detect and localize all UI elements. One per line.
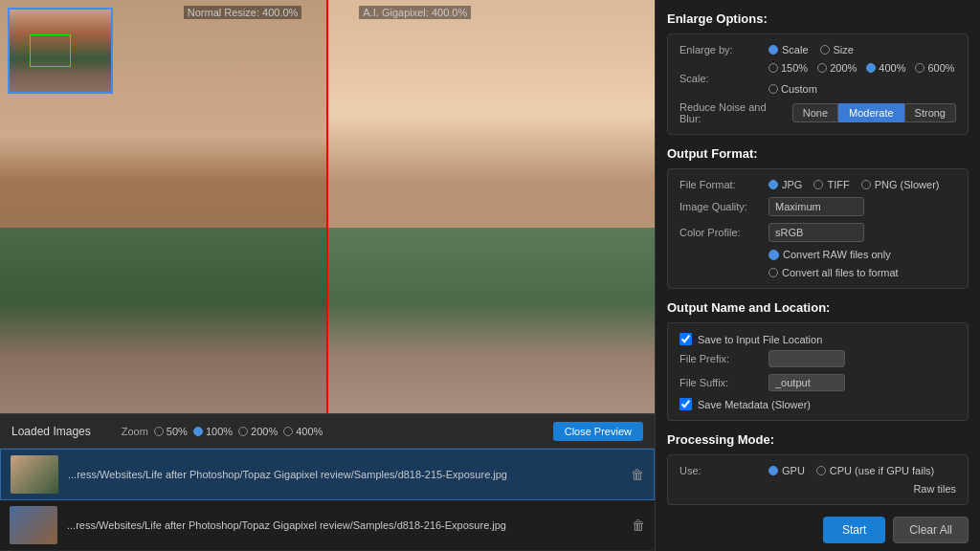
- output-name-section: Output Name and Location: Save to Input …: [667, 300, 969, 421]
- close-preview-button[interactable]: Close Preview: [553, 422, 643, 441]
- zoom-100-label: 100%: [206, 426, 233, 437]
- scale-600-radio[interactable]: [915, 63, 924, 73]
- scale-custom-label: Custom: [781, 83, 817, 95]
- gpu-option[interactable]: GPU: [768, 465, 805, 476]
- file-prefix-label: File Prefix:: [679, 353, 761, 364]
- format-tiff-radio[interactable]: [813, 180, 823, 189]
- convert-raw-radio[interactable]: [768, 250, 779, 260]
- enlarge-size-option[interactable]: Size: [820, 44, 854, 55]
- convert-all-item[interactable]: Convert all files to format: [768, 267, 899, 278]
- zoom-100[interactable]: 100%: [193, 426, 233, 437]
- scale-150-radio[interactable]: [768, 63, 778, 73]
- output-name-title: Output Name and Location:: [667, 300, 969, 315]
- zoom-200-radio[interactable]: [238, 427, 248, 436]
- save-input-label: Save to Input File Location: [698, 334, 822, 345]
- scale-200-label: 200%: [830, 62, 857, 74]
- save-metadata-checkbox[interactable]: [679, 398, 692, 410]
- format-jpg-radio[interactable]: [768, 180, 778, 189]
- file-prefix-row: File Prefix:: [679, 350, 956, 367]
- scale-custom-radio[interactable]: [768, 84, 778, 94]
- image-item-2[interactable]: ...ress/Websites/Life after Photoshop/To…: [0, 500, 655, 551]
- zoom-200-label: 200%: [251, 426, 278, 437]
- format-png-radio[interactable]: [861, 180, 871, 189]
- image-list: ...ress/Websites/Life after Photoshop/To…: [0, 448, 655, 551]
- gpu-radio[interactable]: [768, 466, 778, 475]
- output-name-box: Save to Input File Location File Prefix:…: [667, 322, 969, 421]
- zoom-400-radio[interactable]: [283, 427, 293, 436]
- format-png[interactable]: PNG (Slower): [861, 179, 940, 190]
- enlarge-options-title: Enlarge Options:: [667, 11, 969, 26]
- scale-400-radio[interactable]: [866, 63, 876, 73]
- delete-icon-1[interactable]: 🗑: [631, 467, 644, 482]
- image-item-1[interactable]: ...ress/Websites/Life after Photoshop/To…: [0, 449, 655, 500]
- scale-custom[interactable]: Custom: [768, 83, 817, 95]
- cpu-radio[interactable]: [816, 466, 826, 475]
- format-jpg[interactable]: JPG: [768, 179, 802, 190]
- scale-200[interactable]: 200%: [817, 62, 857, 74]
- format-jpg-label: JPG: [782, 179, 802, 190]
- scale-150-label: 150%: [781, 62, 808, 74]
- enlarge-scale-label: Scale: [782, 44, 809, 55]
- processing-mode-section: Processing Mode: Use: GPU CPU (use if GP…: [667, 432, 969, 505]
- clear-all-button[interactable]: Clear All: [893, 517, 969, 543]
- split-divider: [326, 0, 328, 413]
- action-buttons: Start Clear All: [667, 517, 969, 543]
- start-button[interactable]: Start: [823, 517, 885, 543]
- enlarge-size-label: Size: [834, 44, 854, 55]
- file-prefix-input[interactable]: [768, 350, 845, 367]
- convert-all-row: Convert all files to format: [679, 267, 956, 278]
- noise-moderate-btn[interactable]: Moderate: [838, 103, 903, 122]
- processing-mode-title: Processing Mode:: [667, 432, 969, 447]
- format-tiff[interactable]: TIFF: [813, 179, 849, 190]
- enlarge-by-row: Enlarge by: Scale Size: [679, 44, 956, 55]
- scale-400[interactable]: 400%: [866, 62, 905, 74]
- thumbnail-overlay: [8, 8, 113, 94]
- gpu-label: GPU: [782, 465, 805, 476]
- thumbnail-image: [10, 10, 111, 92]
- file-suffix-input[interactable]: [768, 374, 845, 391]
- noise-row: Reduce Noise and Blur: None Moderate Str…: [679, 101, 956, 124]
- zoom-label: Zoom: [122, 426, 148, 437]
- file-format-label: File Format:: [679, 179, 761, 190]
- thumbnail-selector: [30, 34, 70, 67]
- zoom-100-radio[interactable]: [193, 427, 203, 436]
- convert-all-radio[interactable]: [768, 268, 778, 277]
- scale-600[interactable]: 600%: [915, 62, 954, 74]
- preview-area: Normal Resize: 400.0% A.I. Gigapixel: 40…: [0, 0, 655, 413]
- scale-150[interactable]: 150%: [768, 62, 808, 74]
- save-metadata-item: Save Metadata (Slower): [679, 398, 956, 410]
- raw-tiles-container: Raw tiles: [679, 483, 956, 495]
- file-format-group: JPG TIFF PNG (Slower): [768, 179, 939, 190]
- zoom-50[interactable]: 50%: [154, 426, 188, 437]
- enlarge-scale-option[interactable]: Scale: [768, 44, 809, 55]
- convert-raw-item[interactable]: Convert RAW files only: [768, 249, 891, 260]
- preview-right-image: [327, 0, 655, 413]
- delete-icon-2[interactable]: 🗑: [632, 518, 645, 533]
- enlarge-options-box: Enlarge by: Scale Size Scale:: [667, 33, 969, 135]
- output-format-title: Output Format:: [667, 146, 969, 161]
- color-profile-select[interactable]: sRGB AdobeRGB ProPhoto: [768, 223, 864, 242]
- processing-use-label: Use:: [679, 465, 761, 476]
- enlarge-scale-radio[interactable]: [768, 45, 778, 55]
- save-input-checkbox[interactable]: [679, 333, 692, 345]
- file-suffix-row: File Suffix:: [679, 374, 956, 391]
- noise-buttons: None Moderate Strong: [792, 103, 956, 122]
- raw-tiles-label: Raw tiles: [913, 483, 956, 495]
- bottom-bar: Loaded Images Zoom 50% 100% 200% 400% Cl…: [0, 413, 655, 448]
- enlarge-size-radio[interactable]: [820, 45, 830, 55]
- zoom-400[interactable]: 400%: [283, 426, 323, 437]
- image-quality-select[interactable]: Maximum High Medium Low: [768, 197, 864, 216]
- convert-row: Convert RAW files only: [679, 249, 956, 260]
- scale-200-radio[interactable]: [817, 63, 827, 73]
- cpu-label: CPU (use if GPU fails): [830, 465, 934, 476]
- format-png-label: PNG (Slower): [875, 179, 940, 190]
- zoom-200[interactable]: 200%: [238, 426, 278, 437]
- noise-none-btn[interactable]: None: [792, 103, 838, 122]
- noise-strong-btn[interactable]: Strong: [904, 103, 956, 122]
- zoom-50-radio[interactable]: [154, 427, 164, 436]
- output-format-box: File Format: JPG TIFF PNG (Slower): [667, 168, 969, 289]
- cpu-option[interactable]: CPU (use if GPU fails): [816, 465, 934, 476]
- loaded-images-title: Loaded Images: [11, 425, 91, 438]
- color-profile-row: Color Profile: sRGB AdobeRGB ProPhoto: [679, 223, 956, 242]
- format-tiff-label: TIFF: [827, 179, 849, 190]
